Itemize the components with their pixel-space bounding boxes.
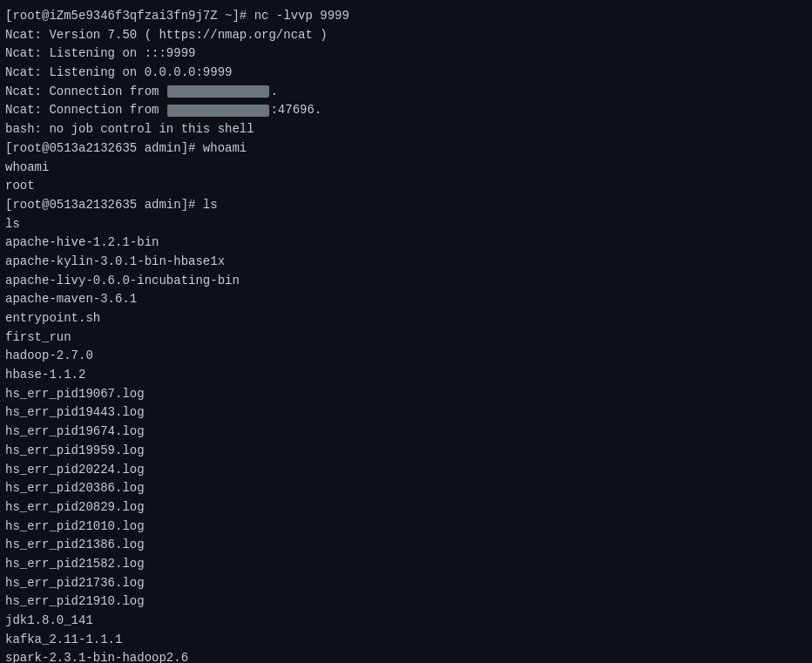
redacted-ip [167,85,270,98]
terminal-line-33: kafka_2.11-1.1.1 [5,631,807,650]
terminal-line-0: [root@iZm5e9346f3qfzai3fn9j7Z ~]# nc -lv… [5,7,807,26]
terminal-line-5: Ncat: Connection from :47696. [5,101,807,120]
terminal-line-10: [root@0513a2132635 admin]# ls [5,196,807,215]
terminal-line-18: hadoop-2.7.0 [5,347,807,366]
terminal-line-19: hbase-1.1.2 [5,366,807,385]
terminal-line-32: jdk1.8.0_141 [5,612,807,631]
prompt: [root@0513a2132635 admin]# [5,141,203,155]
terminal-line-20: hs_err_pid19067.log [5,385,807,404]
terminal-line-1: Ncat: Version 7.50 ( https://nmap.org/nc… [5,26,807,45]
terminal-line-31: hs_err_pid21910.log [5,592,807,612]
terminal-line-28: hs_err_pid21386.log [5,536,807,555]
terminal-line-34: spark-2.3.1-bin-hadoop2.6 [5,649,807,663]
command: nc -lvvp 9999 [254,9,349,23]
terminal-line-17: first_run [5,328,807,348]
terminal-line-12: apache-hive-1.2.1-bin [5,233,807,253]
terminal-line-27: hs_err_pid21010.log [5,518,807,537]
command: ls [203,198,218,212]
terminal: [root@iZm5e9346f3qfzai3fn9j7Z ~]# nc -lv… [0,0,812,663]
terminal-line-11: ls [5,215,807,234]
terminal-line-26: hs_err_pid20829.log [5,498,807,518]
terminal-line-7: [root@0513a2132635 admin]# whoami [5,139,807,159]
terminal-line-9: root [5,177,807,196]
terminal-line-2: Ncat: Listening on :::9999 [5,44,807,64]
prompt: [root@iZm5e9346f3qfzai3fn9j7Z ~]# [5,9,254,23]
terminal-line-6: bash: no job control in this shell [5,120,807,139]
terminal-line-15: apache-maven-3.6.1 [5,290,807,309]
terminal-line-13: apache-kylin-3.0.1-bin-hbase1x [5,253,807,272]
prompt: [root@0513a2132635 admin]# [5,198,203,212]
terminal-line-14: apache-livy-0.6.0-incubating-bin [5,272,807,291]
terminal-line-4: Ncat: Connection from . [5,83,807,102]
terminal-line-3: Ncat: Listening on 0.0.0.0:9999 [5,64,807,83]
terminal-line-23: hs_err_pid19959.log [5,442,807,461]
terminal-line-22: hs_err_pid19674.log [5,423,807,442]
terminal-line-24: hs_err_pid20224.log [5,461,807,480]
terminal-line-21: hs_err_pid19443.log [5,403,807,423]
command: whoami [203,141,247,155]
terminal-line-25: hs_err_pid20386.log [5,479,807,498]
terminal-line-8: whoami [5,159,807,178]
terminal-line-16: entrypoint.sh [5,309,807,328]
redacted-ip [167,105,270,117]
terminal-line-30: hs_err_pid21736.log [5,574,807,593]
terminal-line-29: hs_err_pid21582.log [5,555,807,574]
